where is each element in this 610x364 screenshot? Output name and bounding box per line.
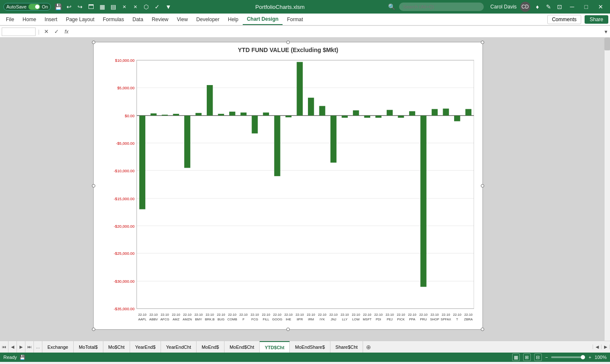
search-input[interactable] <box>399 3 484 11</box>
undo-icon[interactable]: ↩ <box>65 3 73 11</box>
menu-formulas[interactable]: Formulas <box>99 14 128 25</box>
confirm-formula-icon[interactable]: ✓ <box>52 28 61 36</box>
formula-expand-icon[interactable]: ▼ <box>604 29 608 34</box>
zoom-minus-button[interactable]: − <box>545 355 548 360</box>
menu-home[interactable]: Home <box>18 14 40 25</box>
svg-text:IIPR: IIPR <box>297 317 303 321</box>
cancel-formula-icon[interactable]: ✕ <box>42 28 50 36</box>
title-bar-center: PortfolioCharts.xlsm <box>172 4 388 10</box>
delete1-icon[interactable]: ✕ <box>120 3 128 11</box>
minimize-button[interactable]: ─ <box>567 0 578 14</box>
ribbon: File Home Insert Page Layout Formulas Da… <box>0 14 610 26</box>
svg-text:AFCG: AFCG <box>160 317 169 321</box>
page-layout-view-button[interactable]: ⊞ <box>523 353 531 361</box>
tab-exchange[interactable]: Exchange <box>42 341 74 353</box>
menu-view[interactable]: View <box>173 14 192 25</box>
svg-text:PICK: PICK <box>397 317 405 321</box>
page-break-view-button[interactable]: ⊟ <box>534 353 542 361</box>
tab-prev-button[interactable]: ◀ <box>8 341 17 353</box>
tab-scroll-right2[interactable]: ▶ <box>602 345 610 349</box>
more-icon[interactable]: ▼ <box>164 3 172 11</box>
resize-handle-bottom-left[interactable] <box>92 328 95 331</box>
svg-text:T: T <box>456 317 458 321</box>
redo-icon[interactable]: ↪ <box>76 3 84 11</box>
svg-text:22-10: 22-10 <box>194 313 203 317</box>
bar-T <box>454 116 460 121</box>
tab-more-button[interactable]: … <box>34 341 42 353</box>
bar-COMB <box>229 112 235 116</box>
chart-container[interactable]: YTD FUND VALUE (Excluding $Mkt) <box>93 42 483 330</box>
svg-text:PRU: PRU <box>420 317 427 321</box>
autosave-badge[interactable]: AutoSave On <box>3 3 51 11</box>
tab-moend[interactable]: MoEnd$ <box>197 341 225 353</box>
resize-handle-top-right[interactable] <box>481 41 484 44</box>
tab-mototal[interactable]: MoTotal$ <box>74 341 103 353</box>
formula-input[interactable] <box>72 26 602 37</box>
grid2-icon[interactable]: ▤ <box>109 3 117 11</box>
menu-file[interactable]: File <box>2 14 18 25</box>
accessibility-icon[interactable]: ✎ <box>545 3 552 11</box>
delete2-icon[interactable]: ✕ <box>131 3 139 11</box>
comments-button[interactable]: Comments <box>547 15 581 24</box>
resize-handle-middle-right[interactable] <box>481 184 484 188</box>
maximize-button[interactable]: □ <box>581 0 591 14</box>
svg-text:-$35,000.00: -$35,000.00 <box>114 307 135 311</box>
menu-bar: File Home Insert Page Layout Formulas Da… <box>0 14 610 25</box>
menu-help[interactable]: Help <box>224 14 243 25</box>
svg-text:IRM: IRM <box>308 317 314 321</box>
normal-view-button[interactable]: ▦ <box>512 353 520 361</box>
zoom-slider[interactable] <box>551 356 585 358</box>
resize-handle-bottom-right[interactable] <box>481 328 484 331</box>
vertical-scrollbar[interactable] <box>604 38 610 341</box>
resize-handle-top-left[interactable] <box>92 41 95 44</box>
menu-format[interactable]: Format <box>283 14 307 25</box>
menu-insert[interactable]: Insert <box>40 14 61 25</box>
share-button[interactable]: Share <box>585 15 608 24</box>
check-icon[interactable]: ✓ <box>153 3 161 11</box>
svg-text:BUG: BUG <box>217 317 225 321</box>
resize-handle-middle-left[interactable] <box>92 184 95 188</box>
title-bar-right: 🔍 Carol Davis CD ♦ ✎ ⊡ ─ □ ✕ <box>388 0 607 14</box>
menu-page-layout[interactable]: Page Layout <box>61 14 98 25</box>
grid1-icon[interactable]: ▦ <box>98 3 106 11</box>
tab-ytdcht[interactable]: YTD$Cht <box>260 341 290 353</box>
title-bar-left: AutoSave On 💾 ↩ ↪ 🗖 ▦ ▤ ✕ ✕ ⬡ ✓ ▼ <box>3 3 172 11</box>
close-button[interactable]: ✕ <box>595 0 607 14</box>
insert-function-icon[interactable]: fx <box>62 28 71 36</box>
tab-yearend[interactable]: YearEnd$ <box>130 341 161 353</box>
vertical-scroll-thumb[interactable] <box>604 38 610 50</box>
tab-scroll-left2[interactable]: ◀ <box>593 345 602 349</box>
menu-chart-design[interactable]: Chart Design <box>243 14 283 25</box>
layout-icon[interactable]: ⊡ <box>556 3 563 11</box>
svg-text:SHOP: SHOP <box>430 317 439 321</box>
add-sheet-button[interactable]: ⊕ <box>363 341 374 353</box>
bar-GOOG <box>274 116 280 176</box>
save-icon[interactable]: 💾 <box>54 3 62 11</box>
menu-review[interactable]: Review <box>147 14 172 25</box>
resize-handle-bottom-center[interactable] <box>286 328 290 331</box>
tab-first-button[interactable]: ⏮ <box>0 341 8 353</box>
shape-icon[interactable]: ⬡ <box>142 3 150 11</box>
menu-developer[interactable]: Developer <box>192 14 224 25</box>
tab-moendshare[interactable]: MoEndShare$ <box>290 341 330 353</box>
menu-data[interactable]: Data <box>128 14 147 25</box>
tab-mocht[interactable]: Mo$Cht <box>103 341 130 353</box>
tab-last-button[interactable]: ⏭ <box>25 341 34 353</box>
svg-text:22-10: 22-10 <box>374 313 383 317</box>
status-text: Ready <box>3 355 17 360</box>
tab-moendcht[interactable]: MoEnd$Cht <box>225 341 260 353</box>
search-icon[interactable]: 🔍 <box>388 3 396 11</box>
new-window-icon[interactable]: 🗖 <box>87 3 95 11</box>
bar-AFCG <box>162 115 168 116</box>
zoom-thumb <box>581 355 585 359</box>
resize-handle-top-center[interactable] <box>286 41 290 44</box>
tab-next-button[interactable]: ▶ <box>17 341 25 353</box>
name-box[interactable] <box>2 28 36 36</box>
ribbon-icon[interactable]: ♦ <box>534 3 541 11</box>
svg-text:PDI: PDI <box>376 317 381 321</box>
tab-yearendcht[interactable]: YearEndCht <box>161 341 197 353</box>
zoom-plus-button[interactable]: + <box>588 355 591 360</box>
autosave-toggle[interactable] <box>28 4 40 10</box>
svg-text:-$25,000.00: -$25,000.00 <box>114 251 135 256</box>
tab-sharechtl[interactable]: Share$Cht <box>330 341 363 353</box>
